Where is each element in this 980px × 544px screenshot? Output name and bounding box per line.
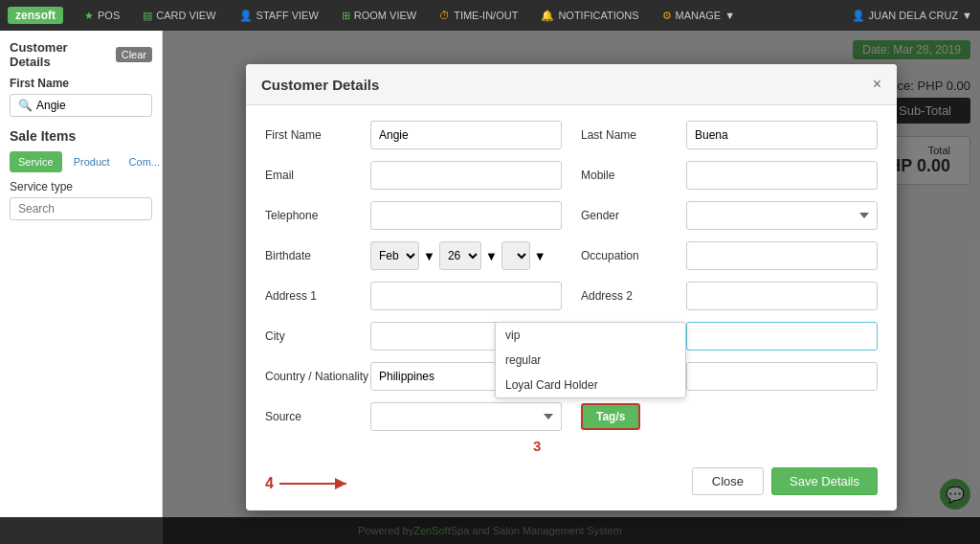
staff-view-icon: 👤 [239,10,253,22]
tab-com[interactable]: Com... [122,151,167,172]
gender-field-label: Gender [581,209,686,222]
top-navigation: zensoft ★ POS ▤ CARD VIEW 👤 STAFF VIEW ⊞… [0,0,980,31]
search-icon: 🔍 [18,99,33,112]
main-area: Customer Details Clear First Name 🔍 Angi… [0,31,980,544]
sidebar: Customer Details Clear First Name 🔍 Angi… [0,31,163,544]
card-view-icon: ▤ [143,10,152,22]
tags-input[interactable] [686,322,878,351]
form-row-tel-gender: Telephone Gender Male Female [265,201,878,230]
clear-button[interactable]: Clear [116,47,152,62]
form-group-gender: Gender Male Female [581,201,878,230]
annotation-3-label: 3 [533,438,541,454]
customer-name-value: Angie [36,99,66,112]
form-group-address2: Address 2 [581,282,878,310]
close-button[interactable]: Close [692,467,764,495]
form-group-tags: Tag/s 3 [581,403,878,430]
mobile-input[interactable] [686,161,878,190]
address1-input[interactable] [370,282,562,310]
service-type-label: Service type [10,180,152,193]
form-group-postal: Postal Code vip regular Loyal Card Holde… [581,322,878,351]
dropdown-item-vip[interactable]: vip [496,323,685,348]
dropdown-item-regular[interactable]: regular [496,348,685,373]
nav-staff-view[interactable]: 👤 STAFF VIEW [230,6,328,26]
address1-field-label: Address 1 [265,289,370,303]
customer-search-box: 🔍 Angie [10,94,152,117]
postal-dropdown-wrapper: vip regular Loyal Card Holder [686,322,878,351]
modal-title: Customer Details [261,77,379,93]
birthdate-month-select[interactable]: Feb [370,241,419,270]
birthdate-year-select[interactable] [501,241,530,270]
form-row-birth-occ: Birthdate Feb ▼ 26 ▼ [265,241,878,270]
occupation-field-label: Occupation [581,249,686,262]
form-group-address1: Address 1 [265,282,562,310]
mobile-field-label: Mobile [581,169,686,182]
first-name-label: First Name [10,77,152,90]
nav-manage[interactable]: ⚙ MANAGE ▼ [653,6,746,26]
sale-items-title: Sale Items [10,128,152,144]
sidebar-title: Customer Details [10,40,110,69]
right-area: Date: Mar 28, 2019 Balance: PHP 0.00 Sub… [163,31,980,544]
notes-input[interactable] [686,362,878,391]
country-field-label: Country / Nationality [265,370,370,383]
first-name-field-label: First Name [265,128,370,142]
annotation-4-arrow [279,474,356,493]
footer-annotation: 4 [265,474,356,493]
tab-row: Service Product Com... [10,151,152,172]
first-name-input[interactable] [370,121,562,149]
annotation-4-label: 4 [265,475,274,492]
form-group-source: Source [265,402,562,431]
occupation-input[interactable] [686,241,878,270]
last-name-input[interactable] [686,121,878,149]
tags-dropdown-menu: vip regular Loyal Card Holder [495,322,686,398]
dropdown-item-loyal[interactable]: Loyal Card Holder [496,373,685,397]
telephone-field-label: Telephone [265,209,370,222]
tab-product[interactable]: Product [66,151,118,172]
customer-details-modal: Customer Details × First Name Last Name [246,64,897,510]
telephone-input[interactable] [370,201,562,230]
city-field-label: City [265,329,370,343]
form-row-city-postal: City Postal Code vip regular [265,322,878,351]
birthdate-field-label: Birthdate [265,249,370,262]
source-select[interactable] [370,402,562,431]
gear-icon: ⚙ [662,10,672,22]
nav-time-inout[interactable]: ⏱ TIME-IN/OUT [430,6,527,25]
form-row-name: First Name Last Name [265,121,878,149]
address2-field-label: Address 2 [581,289,686,303]
nav-card-view[interactable]: ▤ CARD VIEW [133,6,225,26]
email-input[interactable] [370,161,562,190]
gender-select[interactable]: Male Female [686,201,878,230]
nav-pos[interactable]: ★ POS [75,6,129,26]
nav-notifications[interactable]: 🔔 NOTIFICATIONS [531,6,648,26]
form-group-lastname: Last Name [581,121,878,149]
nav-user[interactable]: 👤 JUAN DELA CRUZ ▼ [852,10,972,22]
user-icon: 👤 [852,10,865,22]
search-input[interactable] [10,197,152,220]
form-group-firstname: First Name [265,121,562,149]
tags-button[interactable]: Tag/s [581,403,640,430]
form-group-email: Email [265,161,562,190]
modal-footer: 4 Close Save Details [246,458,897,510]
bell-icon: 🔔 [541,10,554,22]
time-icon: ⏱ [439,10,450,21]
room-view-icon: ⊞ [342,10,350,22]
modal-close-button[interactable]: × [873,76,881,93]
birthdate-group: Feb ▼ 26 ▼ ▼ [370,241,562,270]
nav-room-view[interactable]: ⊞ ROOM VIEW [332,6,426,26]
form-group-occupation: Occupation [581,241,878,270]
sidebar-header: Customer Details Clear [10,40,152,69]
form-group-birthdate: Birthdate Feb ▼ 26 ▼ [265,241,562,270]
form-group-telephone: Telephone [265,201,562,230]
modal-body: First Name Last Name Email [246,105,897,458]
email-field-label: Email [265,169,370,182]
form-row-address: Address 1 Address 2 [265,282,878,310]
tab-service[interactable]: Service [10,151,62,172]
birthdate-day-select[interactable]: 26 [439,241,481,270]
last-name-field-label: Last Name [581,128,686,142]
modal-overlay: Customer Details × First Name Last Name [163,31,980,544]
source-field-label: Source [265,410,370,423]
app-logo[interactable]: zensoft [8,7,63,24]
address2-input[interactable] [686,282,878,310]
modal-header: Customer Details × [246,64,897,105]
save-details-button[interactable]: Save Details [771,467,878,495]
form-row-email-mobile: Email Mobile [265,161,878,190]
